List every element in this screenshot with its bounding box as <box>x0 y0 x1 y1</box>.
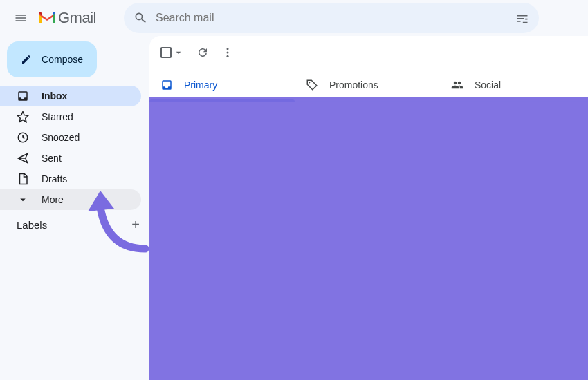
checkbox-icon <box>160 47 172 58</box>
select-all[interactable] <box>160 47 184 58</box>
svg-point-2 <box>227 52 229 54</box>
sidebar-item-snoozed[interactable]: Snoozed <box>0 127 141 148</box>
search-bar[interactable] <box>124 3 539 33</box>
compose-button[interactable]: Compose <box>7 41 97 77</box>
compose-label: Compose <box>42 54 83 65</box>
mail-toolbar <box>149 36 588 69</box>
product-name: Gmail <box>58 9 96 27</box>
sidebar-item-label: Snoozed <box>42 132 80 143</box>
inbox-icon <box>17 90 29 102</box>
inbox-icon <box>160 79 173 91</box>
menu-icon <box>14 11 28 25</box>
tune-icon[interactable] <box>515 11 529 25</box>
more-vert-icon[interactable] <box>221 46 234 59</box>
sidebar: Compose Inbox Starred Snoozed Sent Draft… <box>0 36 149 380</box>
sidebar-item-label: Inbox <box>42 91 67 102</box>
gmail-icon <box>37 10 57 26</box>
star-icon <box>17 111 29 123</box>
sidebar-item-inbox[interactable]: Inbox <box>0 86 141 106</box>
sidebar-item-label: Sent <box>42 153 62 164</box>
tab-label: Promotions <box>329 79 378 91</box>
sidebar-item-label: Drafts <box>42 173 67 184</box>
file-icon <box>17 173 29 185</box>
clock-icon <box>17 131 29 144</box>
tag-icon <box>306 79 318 91</box>
top-bar: Gmail <box>0 0 588 36</box>
refresh-icon[interactable] <box>196 46 209 59</box>
sidebar-item-more[interactable]: More <box>0 189 141 210</box>
sidebar-item-sent[interactable]: Sent <box>0 148 141 169</box>
sidebar-item-starred[interactable]: Starred <box>0 106 141 127</box>
tab-label: Social <box>475 79 501 91</box>
chevron-down-icon <box>17 193 29 206</box>
sidebar-item-label: Starred <box>42 111 73 122</box>
tab-label: Primary <box>184 79 217 91</box>
svg-point-4 <box>309 82 310 83</box>
svg-point-1 <box>227 48 229 50</box>
send-icon <box>17 152 29 164</box>
search-input[interactable] <box>156 12 515 24</box>
sidebar-item-label: More <box>42 194 64 205</box>
pencil-icon <box>21 53 32 66</box>
annotation-overlay <box>149 97 588 380</box>
hamburger-menu[interactable] <box>6 3 36 33</box>
sidebar-item-drafts[interactable]: Drafts <box>0 169 141 189</box>
caret-down-icon <box>173 47 184 58</box>
svg-point-3 <box>227 55 229 57</box>
people-icon <box>451 79 463 91</box>
add-label-button[interactable]: + <box>131 217 140 233</box>
gmail-logo[interactable]: Gmail <box>37 9 96 27</box>
labels-heading-text: Labels <box>17 219 47 231</box>
labels-heading: Labels + <box>0 210 149 240</box>
search-icon <box>134 11 147 25</box>
